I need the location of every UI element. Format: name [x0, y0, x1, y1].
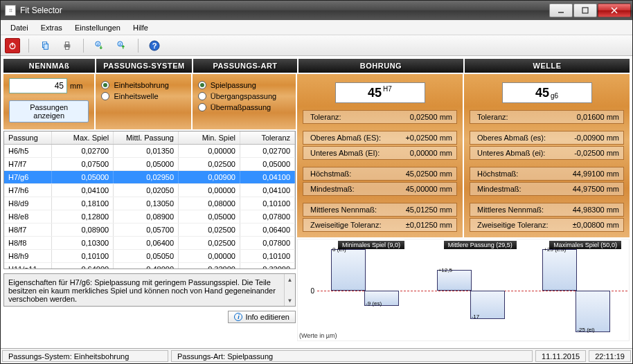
col-mittl[interactable]: Mittl. Passung [114, 131, 179, 144]
table-header: Passung Max. Spiel Mittl. Passung Min. S… [4, 131, 295, 145]
menu-help[interactable]: Hilfe [127, 22, 154, 33]
table-row[interactable]: H7/g60,050000,029500,009000,04100 [4, 171, 295, 184]
table-row[interactable]: H7/f70,075000,050000,025000,05000 [4, 158, 295, 171]
description-scrollbar[interactable]: ▲ ▼ [284, 274, 295, 306]
info-edit-button[interactable]: i Info editieren [228, 311, 296, 323]
diagram-col-title: Mittlere Passung (29,5) [444, 241, 517, 249]
header-welle: WELLE [465, 59, 630, 73]
svg-rect-1 [582, 8, 588, 13]
help-icon[interactable]: ? [147, 38, 162, 53]
statusbar: Passungs-System: Einheitsbohrung Passung… [1, 348, 632, 363]
diagram-ylabel: 0 [301, 242, 317, 339]
svg-text:?: ? [152, 42, 157, 50]
status-system: Passungs-System: Einheitsbohrung [2, 350, 168, 362]
radio-dot-icon [198, 81, 206, 89]
nennmass-input[interactable] [9, 78, 67, 93]
show-fits-button[interactable]: Passungen anzeigen [9, 100, 89, 122]
col-passung[interactable]: Passung [4, 131, 52, 144]
panel-bohrung: 45 H7 Toleranz:0,02500 mmOberes Abmaß (E… [297, 74, 463, 237]
print-icon[interactable] [60, 38, 75, 53]
svg-text:i: i [120, 42, 121, 46]
menu-settings[interactable]: Einstellungen [69, 22, 126, 33]
table-row[interactable]: H8/h90,101000,050500,000000,10100 [4, 250, 295, 263]
minimize-button[interactable] [549, 3, 573, 17]
spec-row: Mittleres Nennmaß:44,98300 mm [470, 203, 624, 217]
panel-art: Spielpassung Übergangspassung Übermaßpas… [193, 74, 296, 129]
spec-row: Oberes Abmaß (es):-0,00900 mm [470, 131, 624, 145]
diagram-col-title: Minimales Spiel (9,0) [338, 241, 404, 249]
status-art: Passungs-Art: Spielpassung [171, 350, 533, 362]
svg-rect-7 [44, 44, 48, 49]
diagram-column: Mittlere Passung (29,5)+12,5-17 [423, 242, 522, 339]
header-bohrung: BOHRUNG [298, 59, 463, 73]
window-title: Fit Selector [20, 6, 549, 15]
spec-row: Unteres Abmaß (EI):0,00000 mm [303, 146, 457, 160]
content: NENNMAß PASSUNGS-SYSTEM PASSUNGS-ART BOH… [1, 56, 632, 348]
menu-file[interactable]: Datei [5, 22, 34, 33]
spec-row: Zweiseitige Toleranz:±0,00800 mm [470, 218, 624, 232]
status-date: 11.11.2015 [535, 350, 586, 362]
col-toleranz[interactable]: Toleranz [240, 131, 295, 144]
col-maxspiel[interactable]: Max. Spiel [52, 131, 114, 144]
description-box: Eigenschaften für H7/g6: Spielpassung mi… [3, 273, 296, 307]
radio-uebermasspassung[interactable]: Übermaßpassung [198, 103, 290, 111]
power-icon[interactable] [5, 38, 20, 53]
menu-extras[interactable]: Extras [35, 22, 68, 33]
spec-row: Höchstmaß:45,02500 mm [303, 167, 457, 181]
radio-dot-icon [198, 103, 206, 111]
diagram-units: (Werte in µm) [299, 332, 337, 339]
radio-dot-icon [101, 92, 109, 100]
table-row[interactable]: H7/h60,041000,020500,000000,04100 [4, 184, 295, 197]
app-icon: ⌗ [5, 5, 16, 16]
radio-spielpassung[interactable]: Spielpassung [198, 81, 290, 89]
table-row[interactable]: H11/a110,640000,480000,320000,32000 [4, 263, 295, 269]
scroll-up-icon[interactable]: ▲ [285, 274, 295, 285]
svg-rect-10 [65, 46, 69, 49]
spec-row: Toleranz:0,01600 mm [470, 110, 624, 124]
titlebar: ⌗ Fit Selector [1, 1, 632, 20]
header-nennmass: NENNMAß [3, 59, 95, 73]
status-time: 22:11:19 [589, 350, 631, 362]
table-row[interactable]: H8/f80,103000,064000,025000,07800 [4, 237, 295, 250]
menubar: Datei Extras Einstellungen Hilfe [1, 20, 632, 35]
info-up-icon[interactable]: i [114, 38, 130, 53]
svg-rect-9 [65, 42, 69, 44]
spec-row: Unteres Abmaß (ei):-0,02500 mm [470, 146, 624, 160]
toolbar: i i ? [1, 35, 632, 56]
table-body[interactable]: H6/h50,027000,013500,000000,02700H7/f70,… [4, 145, 295, 269]
spec-row: Höchstmaß:44,99100 mm [470, 167, 624, 181]
radio-dot-icon [101, 81, 109, 89]
info-down-icon[interactable]: i [92, 38, 107, 53]
fits-table: Passung Max. Spiel Mittl. Passung Min. S… [3, 131, 296, 269]
panel-system: Einheitsbohrung Einheitswelle [96, 74, 190, 129]
spec-row: Zweiseitige Toleranz:±0,01250 mm [303, 218, 457, 232]
panel-nennmass: mm Passungen anzeigen [3, 74, 94, 129]
copy-icon[interactable] [37, 38, 53, 53]
header-system: PASSUNGS-SYSTEM [96, 59, 192, 73]
col-minspiel[interactable]: Min. Spiel [179, 131, 240, 144]
radio-uebergangspassung[interactable]: Übergangspassung [198, 92, 290, 100]
radio-einheitswelle[interactable]: Einheitswelle [101, 92, 185, 100]
radio-einheitsbohrung[interactable]: Einheitsbohrung [101, 81, 185, 89]
scroll-down-icon[interactable]: ▼ [285, 295, 295, 306]
diagram-column: Maximales Spiel (50,0)+25 (ES)-25 (ei) [528, 242, 627, 339]
table-row[interactable]: H8/e80,128000,089000,050000,07800 [4, 210, 295, 224]
panel-welle: 45 g6 Toleranz:0,01600 mmOberes Abmaß (e… [464, 74, 630, 237]
spec-row: Toleranz:0,02500 mm [303, 110, 457, 124]
maximize-button[interactable] [573, 3, 597, 17]
svg-text:i: i [98, 42, 99, 46]
header-art: PASSUNGS-ART [193, 59, 297, 73]
spec-row: Mittleres Nennmaß:45,01250 mm [303, 203, 457, 217]
info-icon: i [234, 313, 242, 321]
spec-row: Mindestmaß:44,97500 mm [470, 182, 624, 196]
app-window: ⌗ Fit Selector Datei Extras Einstellunge… [0, 0, 633, 364]
spec-row: Mindestmaß:45,00000 mm [303, 182, 457, 196]
bohrung-spec: 45 H7 [335, 82, 425, 103]
table-row[interactable]: H8/d90,181000,130500,080000,10100 [4, 197, 295, 210]
diagram-column: Minimales Spiel (9,0)0 (EI)-9 (es) [317, 242, 416, 339]
nennmass-unit: mm [70, 82, 82, 90]
table-row[interactable]: H6/h50,027000,013500,000000,02700 [4, 145, 295, 158]
tolerance-diagram: 0 Minimales Spiel (9,0)0 (EI)-9 (es)Mitt… [297, 239, 630, 341]
table-row[interactable]: H8/f70,089000,057000,025000,06400 [4, 224, 295, 237]
close-button[interactable] [598, 3, 631, 17]
